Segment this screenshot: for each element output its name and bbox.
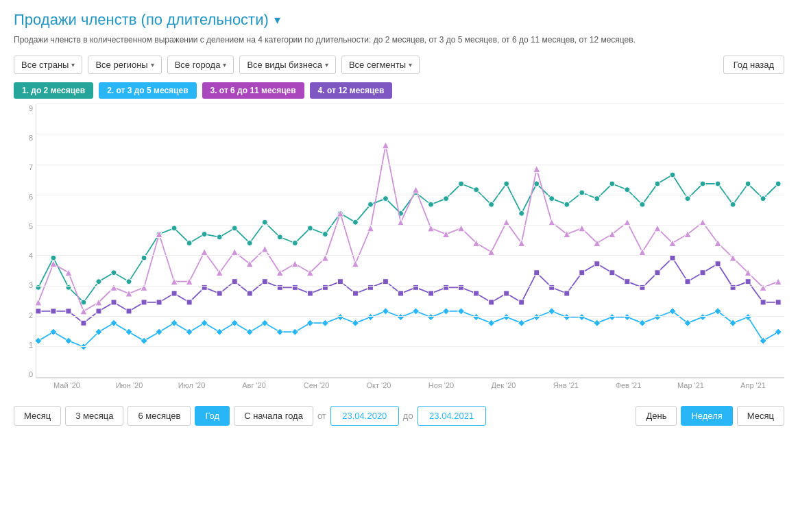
period-month-button[interactable]: Месяц [14,406,61,426]
view-month-button[interactable]: Месяц [737,406,784,426]
svg-rect-86 [579,270,585,276]
svg-point-44 [700,181,705,186]
x-label-may20: Май '20 [36,381,98,389]
period-6month-button[interactable]: 6 месяцев [128,406,191,426]
chevron-down-icon: ▾ [409,61,412,69]
to-date-input[interactable] [418,406,486,426]
y-label-3: 3 [14,281,36,289]
svg-rect-75 [413,285,419,290]
legend-chip-2[interactable]: 2. от 3 до 5 месяцев [99,82,196,99]
svg-rect-50 [36,309,41,314]
from-date-input[interactable] [330,406,399,426]
svg-rect-98 [760,300,766,305]
chevron-down-icon: ▾ [223,61,226,69]
svg-point-12 [217,234,222,240]
svg-point-10 [186,240,192,245]
svg-rect-68 [307,291,313,296]
y-label-9: 9 [14,104,36,112]
svg-point-49 [775,181,781,186]
svg-rect-52 [66,309,71,314]
svg-point-13 [232,226,237,231]
svg-point-38 [609,181,615,186]
x-label-apr21: Апр '21 [722,381,784,389]
view-week-button[interactable]: Неделя [681,406,732,426]
bottom-controls: Месяц 3 месяца 6 месяцев Год С начала го… [14,406,784,426]
legend-chip-1[interactable]: 1. до 2 месяцев [14,82,93,99]
svg-rect-51 [51,309,56,314]
filter-cities[interactable]: Все города ▾ [167,56,234,74]
svg-rect-54 [96,309,101,314]
svg-point-26 [428,202,434,207]
svg-rect-70 [337,278,343,284]
page-title: Продажи членств (по длительности) [14,11,269,29]
svg-point-19 [322,231,328,237]
svg-point-11 [202,231,207,237]
period-3month-button[interactable]: 3 месяца [65,406,123,426]
svg-point-4 [96,278,101,284]
year-back-button[interactable]: Год назад [723,56,784,74]
to-label: до [403,411,413,421]
svg-point-9 [171,226,177,231]
svg-point-23 [383,195,388,201]
svg-rect-81 [504,291,509,296]
svg-rect-93 [685,278,690,284]
svg-rect-82 [519,300,524,305]
svg-point-41 [655,181,660,186]
svg-rect-71 [352,291,358,296]
svg-rect-72 [367,285,373,290]
x-label-nov20: Ноя '20 [410,381,472,389]
x-label-aug20: Авг '20 [223,381,285,389]
svg-point-43 [685,195,690,201]
svg-point-32 [519,210,524,216]
y-label-4: 4 [14,252,36,260]
svg-rect-95 [715,261,721,267]
y-label-6: 6 [14,193,36,201]
svg-rect-67 [292,285,298,290]
y-axis: 0 1 2 3 4 5 6 7 8 9 [14,104,36,378]
svg-rect-85 [564,291,570,296]
svg-point-3 [81,300,86,305]
svg-rect-74 [398,291,404,296]
svg-rect-83 [534,270,540,276]
svg-rect-97 [745,278,751,284]
filter-countries[interactable]: Все страны ▾ [14,56,82,74]
svg-point-48 [760,195,766,201]
filter-business[interactable]: Все виды бизнеса ▾ [239,56,336,74]
svg-point-22 [367,202,373,207]
legend-chip-3[interactable]: 3. от 6 до 11 месяцев [202,82,304,99]
svg-rect-88 [609,270,615,276]
x-label-jul20: Июл '20 [160,381,223,389]
svg-rect-89 [625,278,630,284]
svg-rect-63 [232,278,237,284]
title-dropdown-icon[interactable]: ▾ [274,12,280,27]
svg-point-34 [549,195,555,201]
chart-wrapper: 0 1 2 3 4 5 6 7 8 9 [14,104,784,399]
period-year-button[interactable]: Год [195,406,230,426]
svg-point-36 [579,190,585,195]
svg-rect-65 [262,278,267,284]
period-ytd-button[interactable]: С начала года [234,406,313,426]
svg-rect-94 [700,270,705,276]
x-label-sep20: Сен '20 [285,381,348,389]
svg-rect-80 [489,300,494,305]
svg-point-16 [277,234,282,240]
y-label-5: 5 [14,222,36,230]
from-label: от [317,411,326,421]
filter-segments[interactable]: Все сегменты ▾ [341,56,420,74]
x-label-feb21: Фев '21 [597,381,660,389]
svg-point-0 [36,285,41,290]
view-day-button[interactable]: День [636,406,677,426]
legend-chip-4[interactable]: 4. от 12 месяцев [310,82,393,99]
y-label-8: 8 [14,134,36,142]
svg-point-42 [670,172,675,178]
svg-point-45 [715,181,721,186]
x-label-jun20: Июн '20 [98,381,160,389]
filter-regions[interactable]: Все регионы ▾ [88,56,161,74]
svg-point-37 [594,195,600,201]
svg-rect-87 [594,261,600,267]
svg-rect-96 [730,285,736,290]
svg-rect-58 [156,300,162,305]
svg-point-46 [730,202,736,207]
svg-point-17 [292,240,298,245]
y-label-2: 2 [14,311,36,319]
